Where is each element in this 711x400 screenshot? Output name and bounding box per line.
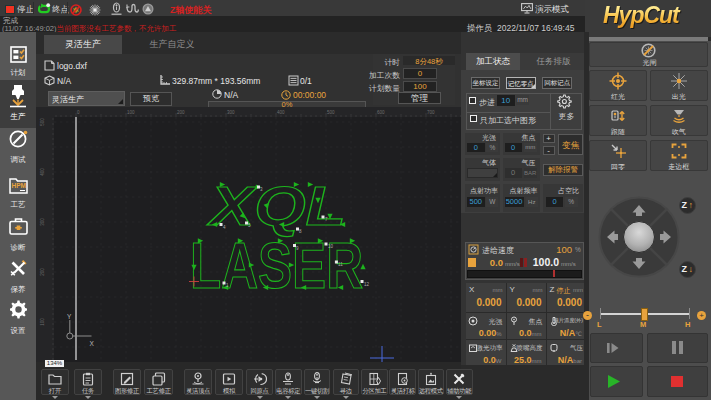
svg-text:XQL: XQL	[206, 175, 346, 237]
svg-text:700: 700	[427, 110, 435, 115]
svg-text:Y: Y	[67, 313, 72, 320]
svg-text:12: 12	[364, 282, 370, 287]
svg-text:200: 200	[40, 268, 45, 276]
svg-text:500: 500	[40, 118, 45, 126]
svg-text:200: 200	[177, 110, 185, 115]
svg-text:100: 100	[127, 110, 135, 115]
svg-text:400: 400	[277, 110, 285, 115]
svg-text:400: 400	[40, 168, 45, 176]
svg-text:HPM: HPM	[12, 182, 26, 189]
svg-text:300: 300	[40, 218, 45, 226]
svg-text:300: 300	[227, 110, 235, 115]
svg-text:10: 10	[328, 244, 334, 249]
svg-text:100: 100	[40, 318, 45, 326]
svg-text:600: 600	[377, 110, 385, 115]
svg-text:11: 11	[338, 262, 343, 267]
svg-text:X: X	[90, 340, 95, 347]
svg-text:500: 500	[327, 110, 335, 115]
